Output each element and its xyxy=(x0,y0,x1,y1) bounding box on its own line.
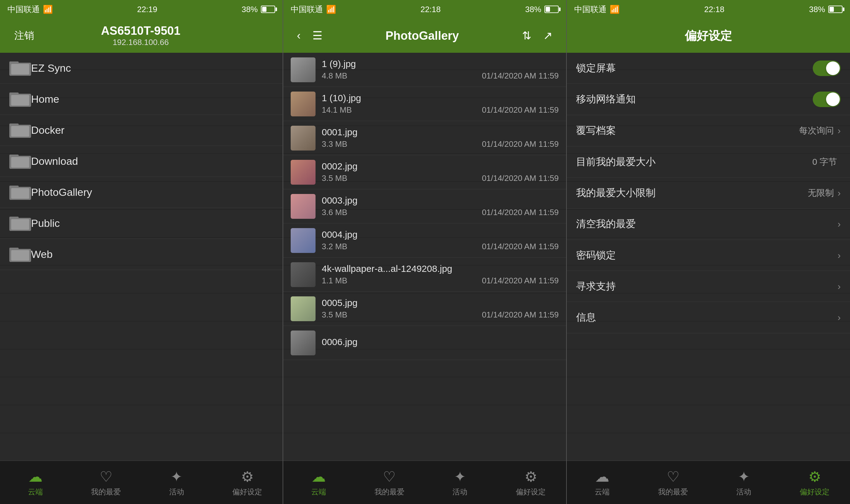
list-item[interactable]: 1 (9).jpg 4.8 MB 01/14/2020 AM 11:59 xyxy=(283,53,566,87)
photo-info: 0004.jpg 3.2 MB 01/14/2020 AM 11:59 xyxy=(322,229,559,251)
tools-icon-1: ⚙ xyxy=(241,468,254,485)
folder-icon xyxy=(9,59,31,77)
status-bar-2: 中国联通 📶 22:18 38% xyxy=(283,0,566,19)
settings-item-overwrite[interactable]: 覆写档案 每次询问 › xyxy=(567,115,850,146)
mobile-notify-toggle[interactable] xyxy=(813,92,841,107)
cloud-icon-2: ☁ xyxy=(312,468,326,485)
chevron-right-icon: › xyxy=(837,219,841,229)
list-item[interactable]: Web xyxy=(0,239,283,270)
tab-label-cloud-3: 云端 xyxy=(595,487,610,497)
lock-screen-toggle[interactable] xyxy=(813,60,841,76)
photo-meta: 1.1 MB 01/14/2020 AM 11:59 xyxy=(322,276,559,286)
list-item[interactable]: EZ Sync xyxy=(0,53,283,84)
settings-item-info[interactable]: 信息 › xyxy=(567,302,850,333)
tab-favorites-1[interactable]: ♡ 我的最爱 xyxy=(71,461,142,504)
list-item[interactable]: 1 (10).jpg 14.1 MB 01/14/2020 AM 11:59 xyxy=(283,87,566,121)
tab-cloud-1[interactable]: ☁ 云端 xyxy=(0,461,71,504)
back-button[interactable]: ‹ xyxy=(293,27,305,44)
photo-date: 01/14/2020 AM 11:59 xyxy=(482,208,559,217)
favorites-size-label: 目前我的最爱大小 xyxy=(576,155,812,169)
settings-item-clear-favorites[interactable]: 清空我的最爱 › xyxy=(567,209,850,239)
list-item[interactable]: PhotoGallery xyxy=(0,177,283,208)
tab-label-favorites-2: 我的最爱 xyxy=(375,487,404,497)
list-item[interactable]: 0005.jpg 3.5 MB 01/14/2020 AM 11:59 xyxy=(283,292,566,326)
tab-settings-1[interactable]: ⚙ 偏好设定 xyxy=(212,461,283,504)
header-right-icons: ⇅ ↗ xyxy=(518,27,557,44)
password-lock-label: 密码锁定 xyxy=(576,249,837,262)
settings-item-lock-screen[interactable]: 锁定屏幕 xyxy=(567,53,850,84)
overwrite-value: 每次询问 xyxy=(799,125,834,137)
tab-settings-3[interactable]: ⚙ 偏好设定 xyxy=(779,461,850,504)
header-left-icons: ‹ ☰ xyxy=(293,27,327,44)
file-name: Download xyxy=(31,155,78,167)
tab-label-settings-2: 偏好设定 xyxy=(516,487,546,497)
share-button[interactable]: ↗ xyxy=(539,27,557,44)
photo-list: 1 (9).jpg 4.8 MB 01/14/2020 AM 11:59 1 (… xyxy=(283,53,566,461)
photo-date: 01/14/2020 AM 11:59 xyxy=(482,276,559,286)
tab-cloud-3[interactable]: ☁ 云端 xyxy=(567,461,638,504)
settings-item-support[interactable]: 寻求支持 › xyxy=(567,271,850,302)
lock-screen-label: 锁定屏幕 xyxy=(576,61,813,75)
tab-label-activity-1: 活动 xyxy=(169,487,184,497)
photo-name: 0003.jpg xyxy=(322,195,559,206)
photo-name: 4k-wallpaper-a...al-1249208.jpg xyxy=(322,264,559,274)
sort-button[interactable]: ⇅ xyxy=(518,27,536,44)
carrier-signal-2: 中国联通 📶 xyxy=(291,4,336,15)
carrier-1: 中国联通 xyxy=(7,4,40,15)
list-item[interactable]: 0006.jpg xyxy=(283,326,566,360)
settings-item-password-lock[interactable]: 密码锁定 › xyxy=(567,240,850,271)
photo-info: 0002.jpg 3.5 MB 01/14/2020 AM 11:59 xyxy=(322,161,559,183)
menu-button[interactable]: ☰ xyxy=(308,27,327,44)
overwrite-label: 覆写档案 xyxy=(576,124,799,138)
chevron-right-icon: › xyxy=(837,125,841,136)
toggle-knob xyxy=(826,92,840,106)
chevron-right-icon: › xyxy=(837,250,841,261)
clear-favorites-label: 清空我的最爱 xyxy=(576,217,837,231)
list-item[interactable]: 0003.jpg 3.6 MB 01/14/2020 AM 11:59 xyxy=(283,189,566,223)
tab-activity-3[interactable]: ✦ 活动 xyxy=(708,461,779,504)
sun-icon-1: ✦ xyxy=(171,468,183,485)
list-item[interactable]: 0004.jpg 3.2 MB 01/14/2020 AM 11:59 xyxy=(283,223,566,257)
device-info: AS6510T-9501 192.168.100.66 xyxy=(39,24,242,47)
list-item[interactable]: Home xyxy=(0,84,283,115)
settings-item-mobile-notify[interactable]: 移动网络通知 xyxy=(567,84,850,115)
logout-button[interactable]: 注销 xyxy=(9,26,39,45)
list-item[interactable]: Docker xyxy=(0,115,283,146)
settings-item-favorites-limit[interactable]: 我的最爱大小限制 无限制 › xyxy=(567,178,850,209)
tab-bar-2: ☁ 云端 ♡ 我的最爱 ✦ 活动 ⚙ 偏好设定 xyxy=(283,461,566,504)
panel-files: 中国联通 📶 22:19 38% 注销 AS6510T-9501 192.168… xyxy=(0,0,283,504)
list-item[interactable]: 0001.jpg 3.3 MB 01/14/2020 AM 11:59 xyxy=(283,121,566,155)
tab-favorites-2[interactable]: ♡ 我的最爱 xyxy=(354,461,425,504)
folder-icon xyxy=(9,246,31,263)
chevron-right-icon: › xyxy=(837,312,841,323)
svg-rect-11 xyxy=(11,157,29,167)
status-bar-3: 中国联通 📶 22:18 38% xyxy=(567,0,850,19)
tab-activity-1[interactable]: ✦ 活动 xyxy=(141,461,212,504)
carrier-signal-1: 中国联通 📶 xyxy=(7,4,53,15)
list-item[interactable]: Download xyxy=(0,146,283,177)
photo-info: 0005.jpg 3.5 MB 01/14/2020 AM 11:59 xyxy=(322,298,559,320)
list-item[interactable]: 0002.jpg 3.5 MB 01/14/2020 AM 11:59 xyxy=(283,155,566,189)
mobile-notify-label: 移动网络通知 xyxy=(576,92,813,106)
cloud-icon-1: ☁ xyxy=(28,468,42,485)
photo-info: 1 (9).jpg 4.8 MB 01/14/2020 AM 11:59 xyxy=(322,59,559,81)
sun-icon-2: ✦ xyxy=(454,468,466,485)
tab-label-activity-2: 活动 xyxy=(452,487,467,497)
heart-icon-2: ♡ xyxy=(383,468,396,485)
tab-label-favorites-1: 我的最爱 xyxy=(91,487,121,497)
tab-activity-2[interactable]: ✦ 活动 xyxy=(425,461,496,504)
device-ip: 192.168.100.66 xyxy=(113,38,169,47)
photo-size: 3.5 MB xyxy=(322,310,347,320)
tab-cloud-2[interactable]: ☁ 云端 xyxy=(283,461,354,504)
photo-name: 0005.jpg xyxy=(322,298,559,308)
sun-icon-3: ✦ xyxy=(738,468,750,485)
heart-icon-3: ♡ xyxy=(667,468,679,485)
photo-date: 01/14/2020 AM 11:59 xyxy=(482,71,559,81)
tools-icon-3: ⚙ xyxy=(809,468,821,485)
tab-favorites-3[interactable]: ♡ 我的最爱 xyxy=(638,461,708,504)
list-item[interactable]: 4k-wallpaper-a...al-1249208.jpg 1.1 MB 0… xyxy=(283,257,566,292)
tab-settings-2[interactable]: ⚙ 偏好设定 xyxy=(495,461,566,504)
list-item[interactable]: Public xyxy=(0,208,283,239)
battery-icon-2 xyxy=(544,5,559,13)
file-name: EZ Sync xyxy=(31,62,71,74)
